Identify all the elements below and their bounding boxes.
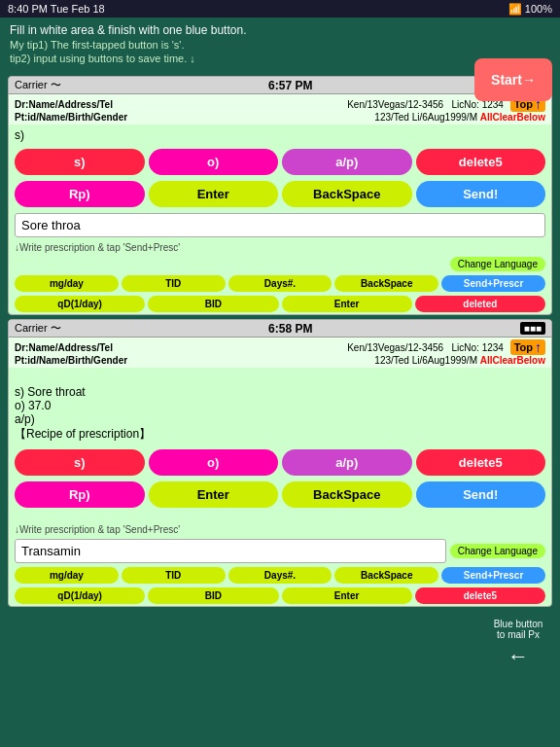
panel2-lic-label: LicNo: [451, 342, 478, 353]
panel2-tid-button[interactable]: TID [122, 567, 226, 584]
panel2-change-lang-button[interactable]: Change Language [450, 544, 545, 558]
panel1-presc-row1: mg/day TID Days#. BackSpace Send+Prescr [9, 273, 551, 294]
panel2-send-button[interactable]: Send! [416, 481, 546, 508]
panel2-dr-value: Ken/13Vegas/12-3456 LicNo: 1234 Top ↑ [347, 339, 545, 355]
panel1-send-presc-button[interactable]: Send+Prescr [441, 275, 545, 292]
panel1-enter-button[interactable]: Enter [149, 181, 279, 207]
panel2-content: s) Sore throat o) 37.0 a/p) 【Recipe of p… [9, 368, 551, 446]
panel1-backspace-button[interactable]: BackSpace [282, 181, 412, 207]
panel2-enter-button[interactable]: Enter [149, 481, 279, 508]
panel2-presc-label: ↓Write prescription & tap 'Send+Presc' [15, 524, 180, 535]
panel1-o-button[interactable]: o) [149, 149, 279, 175]
blue-btn-info: Blue buttonto mail Px ← [484, 619, 552, 669]
panel1-rp-button[interactable]: Rp) [15, 181, 145, 207]
panel1-content: s) [9, 124, 551, 146]
panel1-pt-label: Pt:id/Name/Birth/Gender [15, 112, 127, 123]
panel1-send-button[interactable]: Send! [416, 181, 546, 207]
panel1-tid-button[interactable]: TID [122, 275, 226, 292]
panel1-pt-value: 123/Ted Li/6Aug1999/M AllClearBelow [374, 112, 545, 123]
panel2-mgday-button[interactable]: mg/day [15, 567, 119, 584]
panel1-header-row2: Pt:id/Name/Birth/Gender 123/Ted Li/6Aug1… [15, 112, 545, 123]
panel2-dr-label: Dr:Name/Address/Tel [15, 342, 113, 353]
panel1-daysh-button[interactable]: Days#. [228, 275, 332, 292]
panel2-o-button[interactable]: o) [149, 449, 279, 476]
panel1-btn-row1: s) o) a/p) delete5 [9, 146, 551, 178]
panel2-s-button[interactable]: s) [15, 449, 145, 476]
panel1-delete5-button[interactable]: delete5 [416, 149, 546, 175]
panel2-pt-label: Pt:id/Name/Birth/Gender [15, 355, 127, 366]
panel1-presc-section: ↓Write prescription & tap 'Send+Presc' [9, 240, 551, 255]
panel1-deleted-button[interactable]: deleted [415, 296, 545, 312]
panel2-header-row1: Dr:Name/Address/Tel Ken/13Vegas/12-3456 … [15, 339, 545, 355]
panel1-dr-label: Dr:Name/Address/Tel [15, 99, 113, 110]
back-arrow-icon: ← [484, 644, 552, 669]
panel2-presc-row1: mg/day TID Days#. BackSpace Send+Prescr [9, 565, 551, 586]
panel2-header-row2: Pt:id/Name/Birth/Gender 123/Ted Li/6Aug1… [15, 355, 545, 366]
panel2-lic-value: 1234 [482, 342, 504, 353]
panel2-battery: ■■■ [520, 322, 545, 335]
panel1-qd-button[interactable]: qD(1/day) [15, 296, 145, 312]
panel2-send-presc-button[interactable]: Send+Prescr [441, 567, 545, 584]
panel2-rp-button[interactable]: Rp) [15, 481, 145, 508]
panel2-presc-section: ↓Write prescription & tap 'Send+Presc' [9, 522, 551, 537]
panel2-wifi-icon: 〜 [51, 322, 61, 334]
panel2-header: Dr:Name/Address/Tel Ken/13Vegas/12-3456 … [9, 338, 551, 368]
panel2-btn-row2: Rp) Enter BackSpace Send! [9, 479, 551, 511]
panel1-header: Dr:Name/Address/Tel Ken/13Vegas/12-3456 … [9, 94, 551, 124]
panel2-backspace-button[interactable]: BackSpace [282, 481, 412, 508]
panel2-time: 6:58 PM [268, 322, 312, 336]
instruction-line1: Fill in white area & finish with one blu… [10, 23, 550, 37]
panel1-lic-label: LicNo: [451, 99, 478, 110]
panel2-status-bar: Carrier 〜 6:58 PM ■■■ [9, 320, 551, 338]
panel1-carrier: Carrier 〜 [15, 78, 61, 92]
panel1-btn-row2: Rp) Enter BackSpace Send! [9, 178, 551, 210]
panel2-ap-button[interactable]: a/p) [282, 449, 412, 476]
panel2-carrier: Carrier 〜 [15, 321, 61, 336]
panel2-text-input[interactable] [15, 539, 446, 563]
blue-btn-label: Blue buttonto mail Px [494, 619, 543, 640]
panel1-presc-label: ↓Write prescription & tap 'Send+Presc' [15, 242, 180, 253]
panel2-enter2-button[interactable]: Enter [282, 587, 412, 604]
status-time: 8:40 PM Tue Feb 18 [8, 3, 105, 15]
panel1-s-button[interactable]: s) [15, 149, 145, 175]
panel-1: Carrier 〜 6:57 PM ■■■ Dr:Name/Address/Te… [8, 76, 552, 315]
panel1-status-bar: Carrier 〜 6:57 PM ■■■ [9, 77, 551, 94]
status-signal: 📶 100% [508, 3, 552, 16]
panel1-mgday-button[interactable]: mg/day [15, 275, 119, 292]
panel2-btn-row1: s) o) a/p) delete5 [9, 446, 551, 479]
status-bar: 8:40 PM Tue Feb 18 📶 100% [0, 0, 560, 18]
panel2-deleted-button[interactable]: delete5 [415, 587, 545, 604]
panel1-change-lang-row: Change Language [9, 255, 551, 273]
panel1-allclear: AllClearBelow [480, 112, 545, 123]
panel2-qd-button[interactable]: qD(1/day) [15, 587, 145, 604]
panel1-time: 6:57 PM [268, 79, 312, 92]
panel-2: Carrier 〜 6:58 PM ■■■ Dr:Name/Address/Te… [8, 319, 552, 607]
panel2-pt-value: 123/Ted Li/6Aug1999/M AllClearBelow [374, 355, 545, 366]
panel2-allclear: AllClearBelow [480, 355, 545, 366]
panel2-delete5-button[interactable]: delete5 [416, 449, 546, 476]
panel2-daysh-button[interactable]: Days#. [228, 567, 332, 584]
panel2-bid-button[interactable]: BID [148, 587, 278, 604]
panel2-presc-row2: qD(1/day) BID Enter delete5 [9, 586, 551, 606]
panel2-top-badge: Top ↑ [510, 339, 545, 355]
panel1-presc-backspace-button[interactable]: BackSpace [334, 275, 438, 292]
instruction-line2: My tip1) The first-tapped button is 's'. [10, 39, 550, 51]
panel1-ap-button[interactable]: a/p) [282, 149, 412, 175]
panel1-text-input[interactable] [15, 213, 545, 237]
panel2-spacer [9, 511, 551, 522]
start-button[interactable]: Start→ [474, 58, 552, 101]
panel1-header-row1: Dr:Name/Address/Tel Ken/13Vegas/12-3456 … [15, 96, 545, 112]
panel1-change-lang-button[interactable]: Change Language [450, 257, 545, 271]
panel2-input-row: Change Language [9, 537, 551, 565]
instruction-line3: tip2) input using buttons to save time. … [10, 53, 550, 64]
panel1-presc-row2: qD(1/day) BID Enter deleted [9, 294, 551, 314]
panel2-top-arrow: ↑ [535, 339, 542, 355]
panel2-presc-backspace-button[interactable]: BackSpace [334, 567, 438, 584]
panel1-bid-button[interactable]: BID [148, 296, 278, 312]
panel1-wifi-icon: 〜 [51, 79, 61, 90]
panel1-enter2-button[interactable]: Enter [282, 296, 412, 312]
